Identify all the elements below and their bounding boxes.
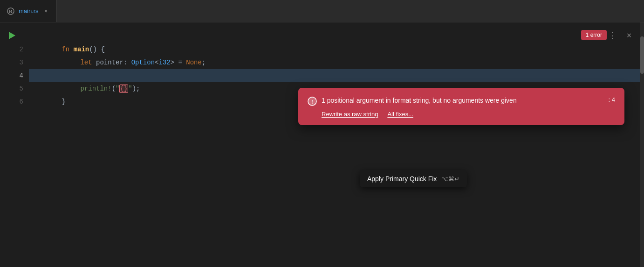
line-number-gutter: 2 3 4 5 6 <box>0 22 29 267</box>
run-triangle-icon <box>9 32 15 39</box>
run-button[interactable] <box>7 30 18 41</box>
svg-text:R: R <box>9 8 13 14</box>
tab-main-rs[interactable]: R main.rs × <box>0 0 57 22</box>
code-line-1: fn main() { <box>29 30 644 43</box>
line-num-2: 2 <box>20 43 23 56</box>
error-tooltip: ! 1 positional argument in format string… <box>298 88 624 125</box>
error-header: ! 1 positional argument in format string… <box>308 96 615 106</box>
code-line-3 <box>29 56 644 69</box>
quick-fix-label: Apply Primary Quick Fix <box>367 175 437 183</box>
tab-close-button[interactable]: × <box>42 7 50 15</box>
error-badge[interactable]: 1 error <box>581 30 607 40</box>
line-num-5: 5 <box>20 82 23 95</box>
error-actions: Rewrite as raw string All fixes... <box>308 111 615 118</box>
svg-text:!: ! <box>311 98 313 105</box>
code-line-2: let pointer: Option<i32> = None; <box>29 43 644 56</box>
line-num-3: 3 <box>20 56 23 69</box>
tab-bar: R main.rs × <box>0 0 644 22</box>
tab-label: main.rs <box>19 7 39 14</box>
scrollbar-thumb[interactable] <box>640 36 644 74</box>
code-editor[interactable]: fn main() { let pointer: Option<i32> = N… <box>29 22 644 267</box>
line-num-6: 6 <box>20 95 23 108</box>
more-options-button[interactable]: ⋮ <box>607 30 618 41</box>
line-num-4: 4 <box>20 69 23 82</box>
rewrite-raw-string-link[interactable]: Rewrite as raw string <box>322 111 378 118</box>
rust-icon: R <box>7 7 15 15</box>
scrollbar-track[interactable] <box>640 22 644 267</box>
error-circle-icon: ! <box>308 97 317 106</box>
error-location: : 4 <box>599 96 615 103</box>
close-panel-button[interactable]: × <box>623 30 635 41</box>
quick-fix-shortcut: ⌥⌘↵ <box>441 176 459 183</box>
editor-area: 2 3 4 5 6 fn main() { let pointer: Optio… <box>0 22 644 267</box>
code-line-4: println!("{}"); <box>29 69 644 82</box>
all-fixes-link[interactable]: All fixes... <box>387 111 413 118</box>
quick-fix-tooltip: Apply Primary Quick Fix ⌥⌘↵ <box>360 170 467 187</box>
error-message-text: 1 positional argument in format string, … <box>322 96 595 105</box>
top-right-icons: ⋮ × <box>607 30 635 41</box>
